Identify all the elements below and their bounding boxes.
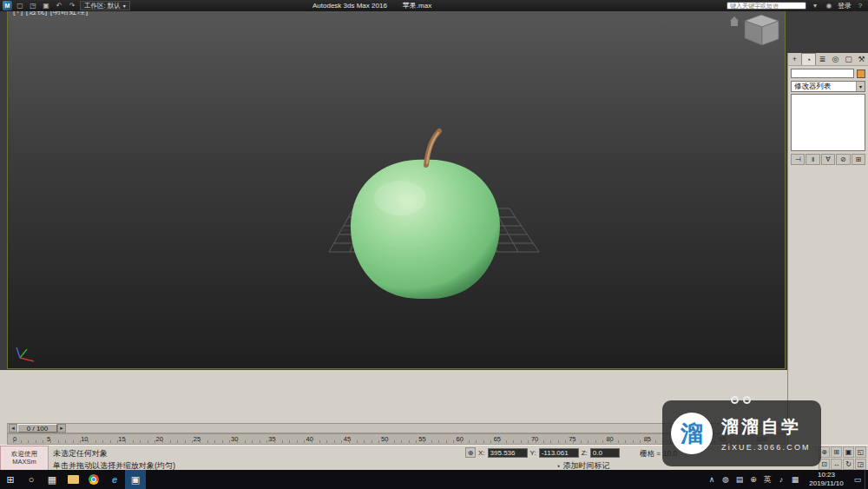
- title-bar: M ▢ ◳ ▣ ↶ ↷ 工作区: 默认 ▾ Autodesk 3ds Max 2…: [0, 0, 868, 11]
- search-dropdown-icon[interactable]: ▾: [810, 1, 820, 10]
- chevron-down-icon: ▾: [856, 82, 865, 91]
- command-panel: + ◔ ≣ ◎ ▢ ⚒ 修改器列表 ▾ ⊣ ‖ ∀ ⊘ ⊞: [787, 53, 868, 445]
- signin-link[interactable]: 登录: [838, 1, 852, 10]
- motion-tab-icon[interactable]: ◎: [829, 53, 842, 65]
- volume-icon[interactable]: ♪: [774, 470, 788, 489]
- watermark-logo: 溜: [671, 413, 713, 454]
- watermark-dot: [743, 396, 751, 404]
- system-tray: ∧ ◍ ▤ ⊕ 英 ♪ ▦ 10:23 2019/11/10 ▭: [705, 470, 868, 489]
- open-file-icon[interactable]: ◳: [28, 1, 38, 10]
- world-axis-tripod: [16, 347, 34, 361]
- time-slider-handle[interactable]: 0 / 100: [17, 424, 57, 433]
- new-file-icon[interactable]: ▢: [15, 1, 25, 10]
- watermark-site: ZiXUE.3066.COM: [721, 443, 811, 452]
- z-coordinate-field[interactable]: [590, 448, 620, 458]
- maxscript-welcome-window[interactable]: 欢迎使用 MAXSm: [0, 446, 49, 471]
- workspace-label: 工作区: 默认: [84, 2, 121, 10]
- titlebar-right-group: ▾ ◉ 登录 ?: [727, 1, 865, 10]
- hidden-icons-chevron[interactable]: ∧: [705, 470, 719, 489]
- network-icon[interactable]: ▦: [788, 470, 802, 489]
- save-file-icon[interactable]: ▣: [41, 1, 51, 10]
- tray-app-icon[interactable]: ⊕: [746, 470, 760, 489]
- 3dsmax-logo-icon[interactable]: M: [3, 1, 12, 10]
- action-center-icon[interactable]: ▭: [851, 470, 865, 489]
- taskbar-clock[interactable]: 10:23 2019/11/10: [802, 471, 851, 488]
- utilities-tab-icon[interactable]: ⚒: [855, 53, 868, 65]
- viewcube-home-icon[interactable]: [730, 17, 739, 26]
- chrome-logo-icon: [89, 474, 99, 485]
- configure-modifier-sets-icon[interactable]: ⊞: [852, 154, 865, 165]
- app-title: Autodesk 3ds Max 2016: [312, 2, 387, 10]
- y-label: Y:: [530, 449, 536, 457]
- show-desktop-button[interactable]: [865, 470, 868, 489]
- watermark-brand: 溜溜自学: [721, 415, 811, 439]
- tray-app-icon[interactable]: ▤: [733, 470, 746, 489]
- modify-tab-icon[interactable]: ◔: [801, 53, 816, 65]
- start-button[interactable]: ⊞: [0, 470, 21, 489]
- selection-status: 未选定任何对象: [53, 448, 108, 459]
- zoom-extents-icon[interactable]: ▣: [843, 446, 854, 458]
- viewport-scene: [8, 2, 785, 368]
- taskbar-search-icon[interactable]: ○: [21, 470, 42, 489]
- tray-app-icon[interactable]: ◍: [719, 470, 733, 489]
- zoom-extents-all-icon[interactable]: ◱: [855, 446, 866, 458]
- workspace-dropdown[interactable]: 工作区: 默认 ▾: [80, 1, 130, 10]
- active-app-button[interactable]: ▣: [125, 470, 146, 489]
- windows-taskbar: ⊞ ○ ▦ e ▣ ∧ ◍ ▤ ⊕ 英 ♪ ▦ 10:23 2019/11/10…: [0, 470, 868, 489]
- x-coordinate-field[interactable]: [488, 448, 528, 458]
- watermark: 溜 溜溜自学 ZiXUE.3066.COM: [662, 400, 821, 466]
- document-filename: 苹果.max: [403, 1, 431, 10]
- show-end-result-icon[interactable]: ‖: [806, 154, 819, 165]
- object-color-swatch[interactable]: [857, 69, 865, 78]
- modifier-list-dropdown[interactable]: 修改器列表 ▾: [791, 81, 865, 92]
- prev-frame-icon[interactable]: ◄: [9, 424, 17, 433]
- orbit-icon[interactable]: ↻: [843, 459, 854, 470]
- clock-date: 2019/11/10: [802, 479, 851, 488]
- watermark-dot: [731, 396, 739, 404]
- pin-stack-icon[interactable]: ⊣: [791, 154, 805, 165]
- z-label: Z:: [582, 449, 588, 457]
- next-frame-icon[interactable]: ►: [57, 424, 66, 433]
- 3dsmax-window: M ▢ ◳ ▣ ↶ ↷ 工作区: 默认 ▾ Autodesk 3ds Max 2…: [0, 0, 868, 489]
- folder-icon: [68, 475, 79, 484]
- time-tag-icon: ◔: [556, 462, 560, 471]
- help-icon[interactable]: ?: [855, 1, 865, 10]
- zoom-all-icon[interactable]: ⊞: [831, 446, 842, 458]
- task-view-icon[interactable]: ▦: [42, 470, 62, 489]
- file-explorer-icon[interactable]: [62, 470, 83, 489]
- window-title: Autodesk 3ds Max 2016 苹果.max: [312, 0, 431, 11]
- user-icon[interactable]: ◉: [824, 1, 834, 10]
- input-language-indicator[interactable]: 英: [760, 470, 774, 489]
- display-tab-icon[interactable]: ▢: [842, 53, 855, 65]
- modifier-list-label: 修改器列表: [794, 82, 832, 92]
- viewcube[interactable]: [745, 15, 779, 45]
- object-name-field[interactable]: [791, 69, 854, 78]
- search-input[interactable]: [727, 2, 806, 10]
- viewport-nav-controls: ⊕ ⊞ ▣ ◱ ⊡ ↔ ↻ ◲: [819, 446, 866, 470]
- redo-quick-icon[interactable]: ↷: [67, 1, 77, 10]
- apple-model[interactable]: [351, 131, 500, 299]
- modifier-stack-buttons: ⊣ ‖ ∀ ⊘ ⊞: [788, 153, 868, 166]
- transform-type-in: ⊕ X: Y: Z:: [465, 447, 620, 458]
- browser-icon[interactable]: e: [104, 470, 125, 489]
- maximize-viewport-icon[interactable]: ◲: [855, 459, 866, 470]
- modifier-stack-list[interactable]: [791, 94, 865, 151]
- command-panel-tabs: + ◔ ≣ ◎ ▢ ⚒: [788, 53, 868, 66]
- object-name-row: [788, 66, 868, 80]
- perspective-viewport[interactable]: [+] [透视] [明暗处理]: [7, 1, 786, 369]
- create-tab-icon[interactable]: +: [788, 53, 801, 65]
- clock-time: 10:23: [802, 471, 851, 479]
- chrome-icon[interactable]: [83, 470, 104, 489]
- make-unique-icon[interactable]: ∀: [821, 154, 835, 165]
- hierarchy-tab-icon[interactable]: ≣: [816, 53, 829, 65]
- y-coordinate-field[interactable]: [539, 448, 579, 458]
- watermark-text: 溜溜自学 ZiXUE.3066.COM: [721, 415, 811, 452]
- remove-modifier-icon[interactable]: ⊘: [836, 154, 850, 165]
- welcome-text: 欢迎使用 MAXSm: [1, 451, 48, 466]
- pan-icon[interactable]: ↔: [831, 459, 842, 470]
- track-bar-tickmarks: [13, 440, 767, 443]
- viewport-band: [+] [透视] [明暗处理]: [0, 0, 868, 370]
- undo-quick-icon[interactable]: ↶: [54, 1, 64, 10]
- absolute-mode-toggle-icon[interactable]: ⊕: [465, 447, 476, 458]
- x-label: X:: [478, 449, 485, 457]
